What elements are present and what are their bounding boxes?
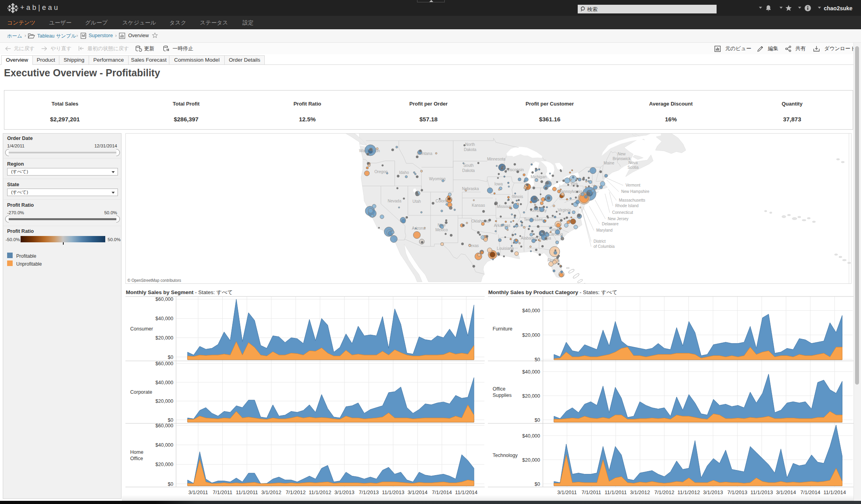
svg-text:Office: Office bbox=[130, 456, 143, 461]
svg-text:$40,000: $40,000 bbox=[522, 433, 540, 439]
svg-text:11/1/2013: 11/1/2013 bbox=[382, 489, 404, 495]
svg-text:7/1/2011: 7/1/2011 bbox=[213, 489, 233, 495]
svg-text:$0: $0 bbox=[535, 481, 540, 487]
svg-text:Iowa: Iowa bbox=[494, 182, 503, 186]
svg-text:Connecticut: Connecticut bbox=[612, 210, 633, 215]
svg-text:$40,000: $40,000 bbox=[156, 316, 173, 321]
svg-text:$0: $0 bbox=[535, 417, 540, 423]
svg-text:$40,000: $40,000 bbox=[522, 369, 540, 375]
svg-text:$0: $0 bbox=[168, 481, 173, 487]
svg-text:$0: $0 bbox=[168, 417, 173, 423]
svg-text:Furniture: Furniture bbox=[493, 326, 512, 332]
svg-text:Rhode Island: Rhode Island bbox=[615, 204, 639, 208]
svg-text:Idaho: Idaho bbox=[399, 170, 409, 175]
svg-text:3/1/2012: 3/1/2012 bbox=[630, 489, 650, 495]
svg-text:11/1/2012: 11/1/2012 bbox=[309, 489, 331, 495]
svg-text:$0: $0 bbox=[535, 357, 540, 362]
svg-text:Nova: Nova bbox=[628, 160, 638, 165]
svg-text:Minnesota: Minnesota bbox=[487, 157, 506, 161]
svg-text:$20,000: $20,000 bbox=[522, 457, 540, 463]
svg-text:Dakota: Dakota bbox=[464, 147, 476, 152]
svg-text:3/1/2013: 3/1/2013 bbox=[703, 489, 723, 495]
svg-text:3/1/2014: 3/1/2014 bbox=[408, 489, 428, 495]
svg-text:11/1/2012: 11/1/2012 bbox=[677, 489, 700, 495]
svg-text:of Columbia: of Columbia bbox=[594, 244, 615, 249]
svg-text:Illinois: Illinois bbox=[512, 194, 523, 199]
svg-text:New: New bbox=[618, 152, 626, 156]
svg-text:Nevada: Nevada bbox=[388, 199, 402, 203]
svg-text:7/1/2013: 7/1/2013 bbox=[727, 489, 747, 495]
svg-text:3/1/2014: 3/1/2014 bbox=[776, 489, 796, 495]
svg-text:$60,000: $60,000 bbox=[156, 423, 173, 428]
svg-text:Kansas: Kansas bbox=[472, 203, 485, 208]
svg-text:3/1/2013: 3/1/2013 bbox=[334, 489, 355, 495]
svg-text:11/1/2014: 11/1/2014 bbox=[455, 489, 478, 495]
svg-text:Arizona: Arizona bbox=[412, 226, 425, 230]
svg-text:11/1/2014: 11/1/2014 bbox=[823, 489, 846, 495]
svg-text:11/1/2011: 11/1/2011 bbox=[236, 489, 258, 495]
svg-text:Dakota: Dakota bbox=[462, 168, 475, 173]
svg-text:Michigan: Michigan bbox=[531, 175, 546, 179]
svg-text:3/1/2012: 3/1/2012 bbox=[261, 489, 281, 495]
svg-text:New Jersey: New Jersey bbox=[608, 217, 628, 221]
svg-text:Delaware: Delaware bbox=[602, 222, 619, 226]
svg-text:7/1/2014: 7/1/2014 bbox=[800, 489, 821, 495]
svg-text:Maine: Maine bbox=[603, 161, 614, 165]
svg-text:Technology: Technology bbox=[493, 453, 518, 458]
svg-text:Consumer: Consumer bbox=[130, 326, 153, 332]
svg-text:$20,000: $20,000 bbox=[156, 335, 173, 341]
svg-text:District: District bbox=[594, 239, 606, 244]
svg-text:Utah: Utah bbox=[412, 199, 421, 204]
svg-text:3/1/2011: 3/1/2011 bbox=[188, 489, 208, 495]
svg-text:Virginia: Virginia bbox=[558, 208, 571, 212]
svg-text:Nebraska: Nebraska bbox=[462, 187, 479, 191]
svg-text:$20,000: $20,000 bbox=[522, 332, 540, 338]
svg-text:$40,000: $40,000 bbox=[156, 380, 173, 385]
svg-text:Oklahoma: Oklahoma bbox=[471, 219, 489, 223]
svg-text:$20,000: $20,000 bbox=[156, 398, 173, 404]
svg-text:Scotia: Scotia bbox=[628, 165, 639, 170]
svg-text:$0: $0 bbox=[168, 355, 173, 360]
svg-text:New Hampshire: New Hampshire bbox=[621, 189, 650, 194]
svg-text:North: North bbox=[465, 142, 475, 147]
svg-text:7/1/2013: 7/1/2013 bbox=[359, 489, 379, 495]
svg-text:$60,000: $60,000 bbox=[156, 361, 173, 366]
svg-text:$60,000: $60,000 bbox=[156, 296, 173, 302]
svg-text:$20,000: $20,000 bbox=[522, 393, 540, 399]
svg-text:Vermont: Vermont bbox=[626, 183, 640, 187]
svg-text:Supplies: Supplies bbox=[493, 393, 512, 398]
svg-text:Office: Office bbox=[493, 386, 505, 392]
svg-text:11/1/2011: 11/1/2011 bbox=[605, 489, 627, 495]
svg-text:South: South bbox=[463, 163, 474, 168]
svg-text:Oregon: Oregon bbox=[374, 170, 387, 174]
svg-text:Home: Home bbox=[130, 449, 143, 455]
svg-text:7/1/2012: 7/1/2012 bbox=[654, 489, 675, 495]
svg-text:Corporate: Corporate bbox=[130, 389, 152, 395]
svg-text:3/1/2011: 3/1/2011 bbox=[557, 489, 577, 495]
svg-text:$40,000: $40,000 bbox=[156, 442, 173, 448]
svg-text:Maryland: Maryland bbox=[596, 228, 613, 232]
svg-text:$20,000: $20,000 bbox=[156, 462, 173, 467]
svg-text:$40,000: $40,000 bbox=[522, 308, 540, 313]
svg-text:7/1/2012: 7/1/2012 bbox=[286, 489, 306, 495]
svg-text:Massachusetts: Massachusetts bbox=[619, 198, 645, 202]
svg-text:11/1/2013: 11/1/2013 bbox=[751, 489, 773, 495]
svg-text:7/1/2011: 7/1/2011 bbox=[582, 489, 601, 495]
svg-text:7/1/2014: 7/1/2014 bbox=[432, 489, 452, 495]
